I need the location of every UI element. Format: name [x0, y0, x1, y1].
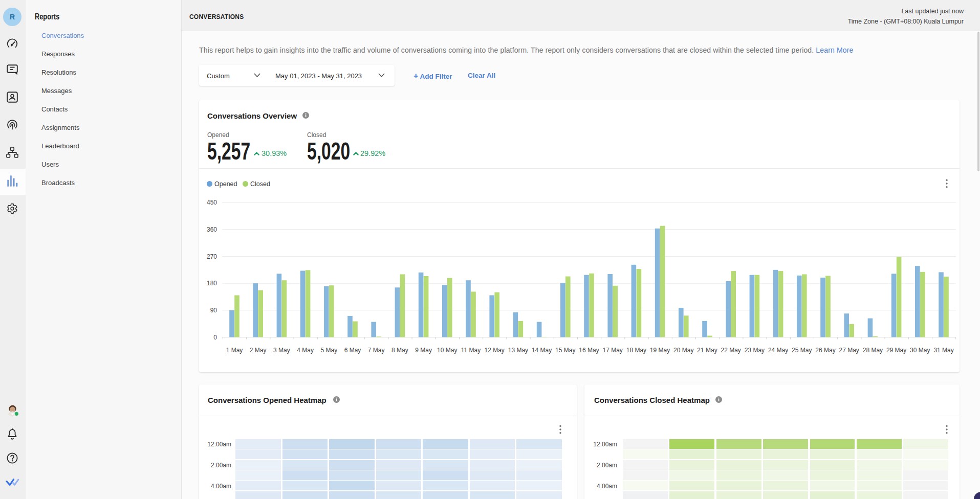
svg-text:5 May: 5 May	[320, 347, 337, 354]
svg-text:450: 450	[207, 199, 217, 206]
svg-text:25 May: 25 May	[792, 347, 812, 354]
svg-text:3 May: 3 May	[273, 347, 290, 354]
svg-text:21 May: 21 May	[697, 347, 717, 354]
svg-text:90: 90	[210, 307, 217, 314]
svg-text:15 May: 15 May	[555, 347, 575, 354]
svg-text:10 May: 10 May	[437, 347, 457, 354]
svg-text:12 May: 12 May	[485, 347, 505, 354]
svg-text:28 May: 28 May	[863, 347, 883, 354]
svg-text:20 May: 20 May	[673, 347, 693, 354]
svg-text:26 May: 26 May	[815, 347, 835, 354]
svg-text:0: 0	[213, 334, 217, 341]
svg-text:16 May: 16 May	[579, 347, 599, 354]
svg-text:7 May: 7 May	[368, 347, 385, 354]
svg-text:13 May: 13 May	[508, 347, 528, 354]
svg-text:22 May: 22 May	[721, 347, 741, 354]
svg-text:27 May: 27 May	[839, 347, 859, 354]
svg-text:6 May: 6 May	[344, 347, 361, 354]
svg-text:11 May: 11 May	[461, 347, 481, 354]
svg-text:17 May: 17 May	[603, 347, 623, 354]
svg-text:360: 360	[207, 226, 217, 233]
svg-text:30 May: 30 May	[910, 347, 930, 354]
svg-text:270: 270	[207, 253, 217, 260]
svg-text:18 May: 18 May	[626, 347, 646, 354]
svg-text:9 May: 9 May	[415, 347, 432, 354]
svg-text:14 May: 14 May	[532, 347, 552, 354]
svg-text:24 May: 24 May	[768, 347, 788, 354]
svg-text:29 May: 29 May	[886, 347, 906, 354]
svg-text:19 May: 19 May	[650, 347, 670, 354]
svg-text:23 May: 23 May	[745, 347, 765, 354]
svg-text:2 May: 2 May	[250, 347, 267, 354]
svg-text:31 May: 31 May	[933, 347, 953, 354]
svg-text:8 May: 8 May	[391, 347, 408, 354]
svg-text:4 May: 4 May	[297, 347, 314, 354]
svg-text:1 May: 1 May	[226, 347, 243, 354]
svg-text:180: 180	[207, 280, 217, 287]
